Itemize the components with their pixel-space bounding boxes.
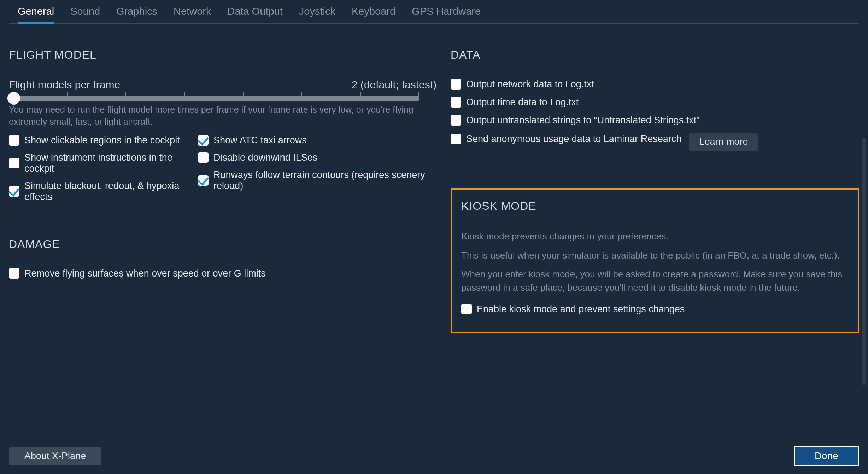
tab-joystick[interactable]: Joystick xyxy=(299,4,335,23)
done-button[interactable]: Done xyxy=(794,446,859,466)
tab-keyboard[interactable]: Keyboard xyxy=(352,4,395,23)
checkbox-icon[interactable] xyxy=(9,186,19,197)
checkbox-icon[interactable] xyxy=(198,135,209,146)
kiosk-enable-check[interactable]: Enable kiosk mode and prevent settings c… xyxy=(461,304,849,315)
slider-value: 2 (default; fastest) xyxy=(352,79,436,91)
checkbox-label: Output network data to Log.txt xyxy=(466,79,594,90)
checkbox-icon[interactable] xyxy=(9,268,19,279)
slider-label: Flight models per frame xyxy=(9,79,120,91)
flight-model-check-b-0[interactable]: Show ATC taxi arrows xyxy=(198,135,436,146)
checkbox-label: Runways follow terrain contours (require… xyxy=(213,170,436,191)
flight-model-checks: Show clickable regions in the cockpitSho… xyxy=(9,135,436,202)
flight-model-checks-col-b: Show ATC taxi arrowsDisable downwind ILS… xyxy=(198,135,436,202)
checkbox-label: Show instrument instructions in the cock… xyxy=(24,152,191,174)
flight-model-check-a-0[interactable]: Show clickable regions in the cockpit xyxy=(9,135,191,146)
tab-general[interactable]: General xyxy=(18,4,54,24)
flight-model-checks-col-a: Show clickable regions in the cockpitSho… xyxy=(9,135,191,202)
checkbox-label: Simulate blackout, redout, & hypoxia eff… xyxy=(24,180,191,202)
checkbox-label: Output untranslated strings to “Untransl… xyxy=(466,115,699,126)
checkbox-label: Send anonymous usage data to Laminar Res… xyxy=(466,134,681,144)
scrollbar-thumb[interactable] xyxy=(862,138,866,385)
settings-tabs: GeneralSoundGraphicsNetworkData OutputJo… xyxy=(9,0,859,24)
checkbox-icon[interactable] xyxy=(451,115,461,126)
checkbox-icon[interactable] xyxy=(9,135,19,146)
kiosk-desc-3: When you enter kiosk mode, you will be a… xyxy=(461,268,849,294)
flight-models-slider[interactable] xyxy=(9,96,419,101)
anon-usage-check[interactable]: Send anonymous usage data to Laminar Res… xyxy=(451,134,681,144)
kiosk-mode-section: KIOSK MODE Kiosk mode prevents changes t… xyxy=(451,188,859,333)
flight-model-check-a-1[interactable]: Show instrument instructions in the cock… xyxy=(9,152,191,174)
settings-body: FLIGHT MODEL Flight models per frame 2 (… xyxy=(9,24,859,333)
right-column: DATA Output network data to Log.txtOutpu… xyxy=(451,48,859,333)
checkbox-icon[interactable] xyxy=(198,152,209,163)
kiosk-check-container: Enable kiosk mode and prevent settings c… xyxy=(461,304,849,315)
settings-window: GeneralSoundGraphicsNetworkData OutputJo… xyxy=(0,0,868,474)
checkbox-icon[interactable] xyxy=(198,175,209,186)
tab-graphics[interactable]: Graphics xyxy=(116,4,157,23)
learn-more-button[interactable]: Learn more xyxy=(689,133,758,151)
tab-network[interactable]: Network xyxy=(174,4,211,23)
anon-usage-check-container: Send anonymous usage data to Laminar Res… xyxy=(451,134,681,150)
flight-model-check-a-2[interactable]: Simulate blackout, redout, & hypoxia eff… xyxy=(9,180,191,202)
checkbox-label: Output time data to Log.txt xyxy=(466,97,579,108)
left-column: FLIGHT MODEL Flight models per frame 2 (… xyxy=(9,48,436,333)
damage-check-container: Remove flying surfaces when over speed o… xyxy=(9,268,436,279)
tab-gps-hardware[interactable]: GPS Hardware xyxy=(412,4,481,23)
checkbox-icon[interactable] xyxy=(451,134,461,144)
kiosk-title: KIOSK MODE xyxy=(461,200,849,219)
data-check-0[interactable]: Output network data to Log.txt xyxy=(451,79,859,90)
footer: About X-Plane Done xyxy=(9,446,859,466)
checkbox-icon[interactable] xyxy=(9,158,19,168)
damage-section: DAMAGE Remove flying surfaces when over … xyxy=(9,238,436,279)
flight-model-check-b-1[interactable]: Disable downwind ILSes xyxy=(198,152,436,163)
data-section: DATA Output network data to Log.txtOutpu… xyxy=(451,48,859,151)
about-button[interactable]: About X-Plane xyxy=(9,447,101,465)
kiosk-desc-1: Kiosk mode prevents changes to your pref… xyxy=(461,230,849,243)
tab-data-output[interactable]: Data Output xyxy=(227,4,282,23)
data-checks: Output network data to Log.txtOutput tim… xyxy=(451,79,859,126)
data-check-2[interactable]: Output untranslated strings to “Untransl… xyxy=(451,115,859,126)
flight-model-title: FLIGHT MODEL xyxy=(9,48,436,68)
data-check-1[interactable]: Output time data to Log.txt xyxy=(451,97,859,108)
kiosk-desc-2: This is useful when your simulator is av… xyxy=(461,249,849,262)
data-title: DATA xyxy=(451,48,859,68)
tab-sound[interactable]: Sound xyxy=(70,4,100,23)
flight-model-section: FLIGHT MODEL Flight models per frame 2 (… xyxy=(9,48,436,202)
slider-thumb[interactable] xyxy=(7,92,20,105)
slider-help-text: You may need to run the flight model mor… xyxy=(9,104,419,128)
damage-remove-surfaces-check[interactable]: Remove flying surfaces when over speed o… xyxy=(9,268,436,279)
checkbox-label: Disable downwind ILSes xyxy=(213,152,317,163)
damage-title: DAMAGE xyxy=(9,238,436,257)
checkbox-icon[interactable] xyxy=(461,304,472,314)
slider-header: Flight models per frame 2 (default; fast… xyxy=(9,79,436,91)
checkbox-label: Enable kiosk mode and prevent settings c… xyxy=(477,304,685,315)
checkbox-label: Show ATC taxi arrows xyxy=(213,135,307,146)
checkbox-label: Show clickable regions in the cockpit xyxy=(24,135,180,146)
checkbox-icon[interactable] xyxy=(451,97,461,108)
checkbox-icon[interactable] xyxy=(451,79,461,90)
checkbox-label: Remove flying surfaces when over speed o… xyxy=(24,268,266,279)
flight-model-check-b-2[interactable]: Runways follow terrain contours (require… xyxy=(198,170,436,191)
anon-usage-row: Send anonymous usage data to Laminar Res… xyxy=(451,133,859,151)
